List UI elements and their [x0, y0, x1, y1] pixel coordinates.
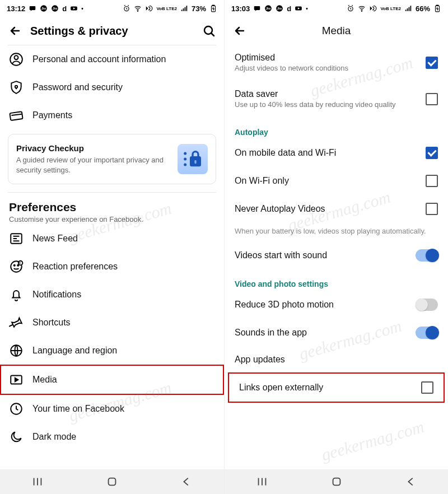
battery-percent: 73%	[192, 4, 206, 13]
section-video-photo: Video and photo settings	[225, 269, 448, 291]
network-label: VoB LTE2	[380, 6, 401, 11]
autoplay-helper: When your battery is low, videos stop pl…	[225, 223, 448, 242]
toggle[interactable]	[416, 299, 438, 311]
back-nav-button[interactable]	[397, 475, 425, 488]
globe-icon	[9, 343, 24, 358]
row-links-external[interactable]: Links open externally	[228, 372, 445, 403]
youtube-icon	[295, 4, 302, 12]
alarm-icon	[123, 4, 130, 12]
privacy-checkup-card[interactable]: Privacy Checkup A guided review of your …	[8, 134, 216, 184]
checkbox[interactable]	[426, 57, 438, 69]
row-personal-account[interactable]: Personal and account information	[0, 45, 224, 73]
svg-text:Jio: Jio	[266, 7, 271, 10]
checkbox[interactable]	[426, 147, 438, 159]
svg-point-13	[15, 86, 17, 88]
row-label: Notifications	[32, 290, 81, 300]
row-news-feed[interactable]: News Feed	[0, 225, 224, 253]
row-title: Never Autoplay Videos	[235, 204, 418, 214]
home-button[interactable]	[323, 475, 351, 488]
svg-rect-29	[254, 6, 260, 10]
row-never-autoplay[interactable]: Never Autoplay Videos	[225, 195, 448, 223]
volte-icon	[145, 4, 153, 12]
row-data-saver[interactable]: Data saver Use up to 40% less data by re…	[225, 81, 448, 118]
row-title: Sounds in the app	[235, 328, 408, 338]
recents-button[interactable]	[24, 475, 52, 488]
phone-left: geekermag.com geekermag.com 13:12 Jio Ji…	[0, 0, 224, 494]
row-app-updates[interactable]: App updates	[225, 347, 448, 372]
checkbox[interactable]	[421, 381, 433, 394]
row-mobile-wifi[interactable]: On mobile data and Wi-Fi	[225, 139, 448, 167]
signal-icon	[404, 4, 412, 12]
row-label: Password and security	[32, 82, 123, 92]
person-icon	[9, 52, 24, 67]
battery-icon	[433, 4, 441, 12]
row-reaction-prefs[interactable]: Reaction preferences	[0, 253, 224, 281]
row-label: Media	[32, 375, 57, 385]
back-nav-button[interactable]	[172, 475, 200, 488]
row-desc: Adjust videos to network conditions	[235, 64, 418, 73]
svg-rect-19	[194, 160, 196, 164]
row-title: App updates	[235, 355, 438, 365]
row-title: Optimised	[235, 53, 418, 63]
svg-point-16	[184, 158, 186, 161]
row-notifications[interactable]: Notifications	[0, 281, 224, 309]
alarm-icon	[347, 4, 354, 12]
row-title: Reduce 3D photo motion	[235, 300, 408, 310]
row-payments[interactable]: Payments	[0, 101, 224, 129]
battery-icon	[209, 4, 217, 12]
row-reduce-3d[interactable]: Reduce 3D photo motion	[225, 291, 448, 319]
row-label: Shortcuts	[32, 318, 71, 328]
row-title: On mobile data and Wi-Fi	[235, 148, 418, 158]
toggle[interactable]	[416, 327, 438, 339]
more-dot-icon: •	[306, 6, 308, 12]
checkbox[interactable]	[426, 203, 438, 215]
bell-icon	[9, 287, 24, 302]
status-time: 13:12	[7, 4, 25, 13]
row-desc: Use up to 40% less data by reducing vide…	[235, 100, 418, 110]
row-password-security[interactable]: Password and security	[0, 73, 224, 101]
jio-icon: Jio	[276, 4, 283, 12]
toggle[interactable]	[416, 249, 438, 262]
reaction-icon	[9, 259, 24, 274]
row-label: Personal and account information	[32, 54, 166, 64]
wifi-icon	[134, 4, 142, 12]
row-sounds-app[interactable]: Sounds in the app	[225, 319, 448, 347]
row-your-time[interactable]: Your time on Facebook	[0, 395, 224, 423]
row-wifi-only[interactable]: On Wi-Fi only	[225, 167, 448, 195]
section-desc: Customise your experience on Facebook.	[9, 215, 215, 223]
card-icon	[9, 108, 24, 123]
svg-rect-38	[436, 5, 438, 6]
search-button[interactable]	[202, 24, 216, 38]
preferences-section: Preferences Customise your experience on…	[0, 193, 224, 225]
svg-point-12	[15, 55, 18, 59]
jio-icon: Jio	[51, 4, 59, 12]
row-language-region[interactable]: Language and region	[0, 337, 224, 365]
checkbox[interactable]	[426, 175, 438, 187]
recents-button[interactable]	[248, 475, 276, 488]
moon-icon	[9, 430, 24, 444]
row-label: Dark mode	[32, 432, 76, 442]
status-bar: 13:03 Jio Jio d • VoB LTE2 66%	[225, 0, 448, 17]
checkbox[interactable]	[426, 93, 438, 105]
row-label: Language and region	[32, 346, 117, 356]
row-label: News Feed	[32, 234, 78, 244]
row-shortcuts[interactable]: Shortcuts	[0, 309, 224, 337]
lock-icon	[178, 144, 208, 174]
app-header: Settings & privacy	[0, 17, 224, 45]
row-dark-mode[interactable]: Dark mode	[0, 423, 224, 451]
svg-point-22	[14, 265, 15, 266]
row-videos-sound[interactable]: Videos start with sound	[225, 241, 448, 269]
home-button[interactable]	[98, 475, 126, 488]
status-bar: 13:12 Jio Jio d • VoB LTE2 73%	[0, 0, 224, 17]
section-title: Preferences	[9, 201, 215, 214]
back-button[interactable]	[232, 24, 247, 38]
svg-rect-14	[10, 111, 22, 120]
back-button[interactable]	[8, 24, 22, 38]
row-optimised[interactable]: Optimised Adjust videos to network condi…	[225, 45, 448, 81]
row-media[interactable]: Media	[0, 365, 224, 395]
svg-point-23	[17, 265, 18, 266]
section-autoplay: Autoplay	[225, 118, 448, 139]
svg-point-36	[362, 11, 362, 11]
d-icon: d	[62, 4, 67, 13]
status-time: 13:03	[231, 4, 250, 13]
